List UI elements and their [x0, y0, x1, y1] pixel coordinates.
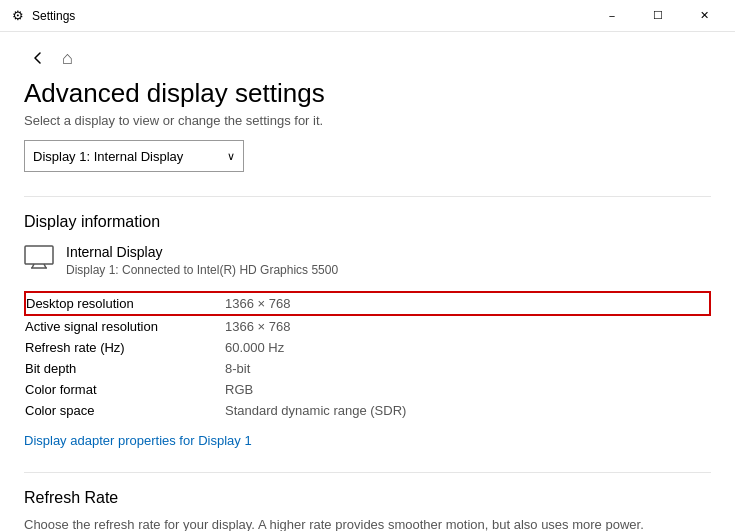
display-info-block: Internal Display Display 1: Connected to… [24, 243, 711, 277]
table-row-desktop-resolution: Desktop resolution 1366 × 768 [25, 292, 710, 315]
row-value-color-format: RGB [225, 379, 710, 400]
display-sub: Display 1: Connected to Intel(R) HD Grap… [66, 263, 338, 277]
row-label-desktop-resolution: Desktop resolution [25, 292, 225, 315]
divider-2 [24, 472, 711, 473]
table-row-color-format: Color format RGB [25, 379, 710, 400]
title-bar: ⚙ Settings − ☐ ✕ [0, 0, 735, 32]
home-icon: ⌂ [62, 48, 73, 69]
adapter-link[interactable]: Display adapter properties for Display 1 [24, 433, 252, 448]
row-label-color-format: Color format [25, 379, 225, 400]
display-dropdown-value: Display 1: Internal Display [33, 149, 183, 164]
row-value-active-signal: 1366 × 768 [225, 315, 710, 337]
divider-1 [24, 196, 711, 197]
title-bar-left: ⚙ Settings [12, 8, 75, 23]
table-row-refresh-hz: Refresh rate (Hz) 60.000 Hz [25, 337, 710, 358]
title-bar-title: Settings [32, 9, 75, 23]
row-value-color-space: Standard dynamic range (SDR) [225, 400, 710, 421]
row-value-desktop-resolution: 1366 × 768 [225, 292, 710, 315]
display-info-table: Desktop resolution 1366 × 768 Active sig… [24, 291, 711, 421]
back-icon [32, 52, 44, 64]
refresh-section-title: Refresh Rate [24, 489, 711, 507]
table-row-bit-depth: Bit depth 8-bit [25, 358, 710, 379]
table-row-active-signal: Active signal resolution 1366 × 768 [25, 315, 710, 337]
display-info-section-title: Display information [24, 213, 711, 231]
monitor-icon [24, 245, 54, 272]
back-button[interactable] [24, 44, 52, 72]
display-name-block: Internal Display Display 1: Connected to… [66, 243, 338, 277]
row-label-active-signal: Active signal resolution [25, 315, 225, 337]
main-content: ⌂ Advanced display settings Select a dis… [0, 32, 735, 531]
title-bar-controls: − ☐ ✕ [589, 0, 727, 32]
refresh-desc: Choose the refresh rate for your display… [24, 515, 711, 531]
svg-rect-0 [25, 246, 53, 264]
display-name: Internal Display [66, 243, 338, 263]
chevron-down-icon: ∨ [227, 150, 235, 163]
row-label-bit-depth: Bit depth [25, 358, 225, 379]
row-label-refresh-hz: Refresh rate (Hz) [25, 337, 225, 358]
row-value-bit-depth: 8-bit [225, 358, 710, 379]
close-button[interactable]: ✕ [681, 0, 727, 32]
page-subtitle: Select a display to view or change the s… [24, 113, 711, 128]
maximize-button[interactable]: ☐ [635, 0, 681, 32]
display-dropdown[interactable]: Display 1: Internal Display ∨ [24, 140, 244, 172]
row-label-color-space: Color space [25, 400, 225, 421]
back-bar: ⌂ [24, 32, 711, 76]
display-dropdown-container: Display 1: Internal Display ∨ [24, 140, 711, 172]
table-row-color-space: Color space Standard dynamic range (SDR) [25, 400, 710, 421]
settings-icon: ⚙ [12, 8, 24, 23]
page-title: Advanced display settings [24, 78, 711, 109]
minimize-button[interactable]: − [589, 0, 635, 32]
row-value-refresh-hz: 60.000 Hz [225, 337, 710, 358]
